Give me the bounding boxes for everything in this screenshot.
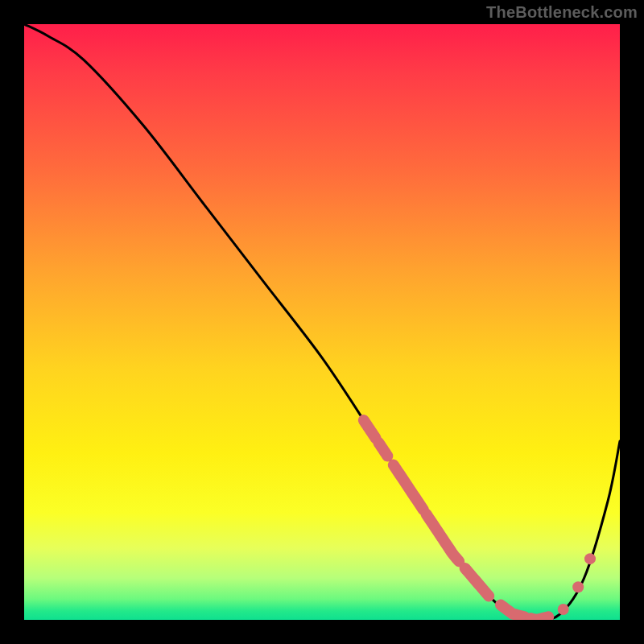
- highlight-segment: [465, 568, 489, 597]
- highlight-segment: [501, 605, 525, 617]
- plot-area: [24, 24, 620, 620]
- chart-stage: TheBottleneck.com: [0, 0, 644, 644]
- attribution-label: TheBottleneck.com: [486, 3, 638, 22]
- highlight-segment: [378, 443, 387, 456]
- bottleneck-curve: [24, 24, 620, 620]
- highlight-segment: [364, 420, 376, 438]
- highlight-dot: [572, 581, 584, 592]
- curve-layer: [24, 24, 620, 620]
- highlight-group: [364, 420, 596, 620]
- highlight-segment: [394, 465, 423, 510]
- highlight-dot: [584, 553, 596, 564]
- highlight-segment: [530, 617, 548, 620]
- highlight-segment: [427, 514, 460, 562]
- highlight-dot: [558, 604, 569, 615]
